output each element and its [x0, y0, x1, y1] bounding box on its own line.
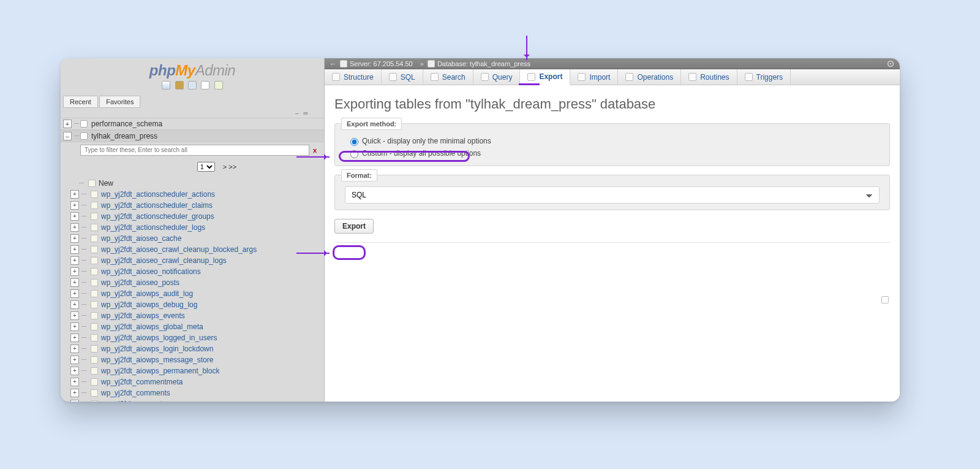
- table-name[interactable]: wp_yj2fdt_aiowps_events: [101, 311, 185, 320]
- reload-icon[interactable]: [214, 81, 223, 90]
- table-name[interactable]: wp_yj2fdt_comments: [101, 389, 170, 397]
- link-icon[interactable]: ∞: [302, 109, 309, 116]
- table-row[interactable]: +wp_yj2fdt_aiowps_events: [70, 310, 324, 321]
- db-row-tylhak-dream-press[interactable]: – tylhak_dream_press: [61, 130, 324, 142]
- bookmark-icon[interactable]: [881, 296, 889, 303]
- export-button[interactable]: Export: [334, 219, 374, 234]
- expand-icon[interactable]: +: [70, 223, 79, 232]
- expand-icon[interactable]: +: [70, 311, 79, 320]
- table-name[interactable]: wp_yj2fdt_aioseo_cache: [101, 234, 181, 243]
- tab-search[interactable]: Search: [423, 69, 473, 85]
- table-name[interactable]: wp_yj2fdt_aiowps_debug_log: [101, 300, 197, 309]
- tab-query[interactable]: Query: [473, 69, 521, 85]
- tab-import[interactable]: Import: [570, 69, 618, 85]
- custom-radio[interactable]: [350, 150, 358, 158]
- table-name[interactable]: wp_yj2fdt_aiowps_audit_log: [101, 289, 193, 298]
- help-icon[interactable]: [201, 81, 209, 90]
- expand-icon[interactable]: +: [70, 256, 79, 265]
- expand-icon[interactable]: +: [70, 212, 79, 221]
- table-row[interactable]: +wp_yj2fdt_aiowps_debug_log: [70, 299, 324, 310]
- table-name[interactable]: wp_yj2fdt_aiowps_message_store: [101, 356, 213, 364]
- next-page-button[interactable]: > >>: [223, 163, 236, 170]
- table-name[interactable]: wp_yj2fdt_commentmeta: [101, 378, 183, 386]
- expand-icon[interactable]: +: [70, 400, 79, 402]
- table-name[interactable]: wp_yj2fdt_aiowps_global_meta: [101, 322, 203, 331]
- breadcrumb-server[interactable]: Server: 67.205.54.50: [340, 60, 413, 67]
- table-name[interactable]: wp_yj2fdt_e_events: [101, 400, 166, 402]
- new-label[interactable]: New: [99, 179, 113, 188]
- table-row[interactable]: +wp_yj2fdt_aioseo_notifications: [70, 266, 324, 277]
- clear-filter-button[interactable]: x: [309, 147, 320, 154]
- collapse-icon[interactable]: –: [63, 132, 72, 140]
- tab-triggers[interactable]: Triggers: [737, 69, 791, 85]
- expand-icon[interactable]: +: [70, 322, 79, 331]
- tab-routines[interactable]: Routines: [681, 69, 737, 85]
- expand-icon[interactable]: +: [70, 278, 79, 287]
- filter-input[interactable]: [80, 145, 309, 156]
- table-row[interactable]: +wp_yj2fdt_e_events: [70, 398, 324, 402]
- table-name[interactable]: wp_yj2fdt_aioseo_posts: [101, 278, 179, 287]
- table-name[interactable]: wp_yj2fdt_aioseo_notifications: [101, 267, 201, 276]
- table-row[interactable]: +wp_yj2fdt_aiowps_logged_in_users: [70, 332, 324, 343]
- table-name[interactable]: wp_yj2fdt_actionscheduler_logs: [101, 223, 205, 232]
- quick-radio[interactable]: [350, 138, 358, 146]
- table-name[interactable]: wp_yj2fdt_aioseo_crawl_cleanup_logs: [101, 256, 227, 265]
- db-label[interactable]: performance_schema: [91, 120, 162, 128]
- table-name[interactable]: wp_yj2fdt_aiowps_logged_in_users: [101, 334, 217, 342]
- gear-icon[interactable]: [886, 59, 895, 68]
- expand-icon[interactable]: +: [70, 345, 79, 353]
- table-row[interactable]: +wp_yj2fdt_commentmeta: [70, 376, 324, 387]
- expand-icon[interactable]: +: [70, 201, 79, 210]
- expand-icon[interactable]: +: [63, 120, 72, 128]
- table-row[interactable]: +wp_yj2fdt_aiowps_permanent_block: [70, 365, 324, 376]
- table-row[interactable]: +wp_yj2fdt_aiowps_audit_log: [70, 288, 324, 299]
- expand-icon[interactable]: +: [70, 267, 79, 276]
- tab-recent[interactable]: Recent: [63, 96, 98, 108]
- tab-export[interactable]: Export: [520, 69, 570, 85]
- table-name[interactable]: wp_yj2fdt_aioseo_crawl_cleanup_blocked_a…: [101, 245, 257, 254]
- expand-icon[interactable]: +: [70, 389, 79, 397]
- db-label[interactable]: tylhak_dream_press: [91, 132, 157, 140]
- table-row[interactable]: +wp_yj2fdt_actionscheduler_logs: [70, 222, 324, 233]
- expand-icon[interactable]: +: [70, 245, 79, 254]
- expand-icon[interactable]: +: [70, 234, 79, 243]
- format-select[interactable]: SQL: [345, 186, 880, 204]
- expand-icon[interactable]: +: [70, 190, 79, 199]
- table-row[interactable]: +wp_yj2fdt_actionscheduler_claims: [70, 200, 324, 211]
- table-row[interactable]: +wp_yj2fdt_aiowps_login_lockdown: [70, 343, 324, 354]
- sql-icon[interactable]: [188, 81, 197, 90]
- logout-icon[interactable]: [175, 81, 184, 90]
- new-table-row[interactable]: New: [70, 178, 324, 189]
- custom-option[interactable]: Custom - display all possible options: [345, 147, 880, 159]
- tab-structure[interactable]: Structure: [325, 69, 382, 85]
- home-icon[interactable]: [162, 81, 170, 90]
- table-name[interactable]: wp_yj2fdt_actionscheduler_actions: [101, 190, 215, 199]
- expand-icon[interactable]: +: [70, 367, 79, 375]
- tab-operations[interactable]: Operations: [618, 69, 681, 85]
- tab-favorites[interactable]: Favorites: [99, 96, 140, 108]
- table-row[interactable]: +wp_yj2fdt_actionscheduler_groups: [70, 211, 324, 222]
- page-select[interactable]: 1: [197, 162, 215, 172]
- tab-sql[interactable]: SQL: [382, 69, 423, 85]
- table-row[interactable]: +wp_yj2fdt_aioseo_cache: [70, 233, 324, 244]
- table-row[interactable]: +wp_yj2fdt_aiowps_global_meta: [70, 321, 324, 332]
- table-row[interactable]: +wp_yj2fdt_aiowps_message_store: [70, 354, 324, 365]
- breadcrumb-database[interactable]: Database: tylhak_dream_press: [428, 60, 530, 67]
- table-row[interactable]: +wp_yj2fdt_actionscheduler_actions: [70, 189, 324, 200]
- table-name[interactable]: wp_yj2fdt_actionscheduler_claims: [101, 201, 213, 210]
- table-name[interactable]: wp_yj2fdt_aiowps_permanent_block: [101, 367, 219, 375]
- table-row[interactable]: +wp_yj2fdt_aioseo_posts: [70, 277, 324, 288]
- back-button[interactable]: ←: [330, 60, 336, 67]
- collapse-all-icon[interactable]: –: [294, 109, 300, 116]
- quick-option[interactable]: Quick - display only the minimal options: [345, 135, 880, 147]
- db-row-performance-schema[interactable]: + performance_schema: [61, 118, 324, 130]
- table-name[interactable]: wp_yj2fdt_actionscheduler_groups: [101, 212, 214, 221]
- table-row[interactable]: +wp_yj2fdt_comments: [70, 387, 324, 398]
- table-name[interactable]: wp_yj2fdt_aiowps_login_lockdown: [101, 345, 213, 353]
- expand-icon[interactable]: +: [70, 334, 79, 342]
- expand-icon[interactable]: +: [70, 378, 79, 386]
- expand-icon[interactable]: +: [70, 356, 79, 364]
- table-row[interactable]: +wp_yj2fdt_aioseo_crawl_cleanup_blocked_…: [70, 244, 324, 255]
- expand-icon[interactable]: +: [70, 300, 79, 309]
- expand-icon[interactable]: +: [70, 289, 79, 298]
